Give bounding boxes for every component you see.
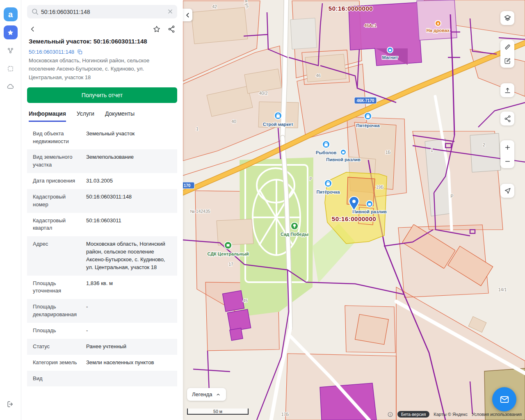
collapse-panel-button[interactable]: [183, 9, 192, 21]
svg-text:40: 40: [231, 119, 236, 124]
table-row: Вид земельного участкаЗемлепользование: [27, 149, 177, 173]
row-value: 31.03.2005: [86, 177, 171, 185]
upload-button[interactable]: [500, 83, 514, 97]
table-row: Категория земельЗемли населенных пунктов: [27, 355, 177, 371]
address-text: Московская область, Ногинский район, сел…: [21, 56, 183, 85]
row-label: Вид: [33, 375, 86, 383]
copy-button[interactable]: [77, 49, 83, 55]
star-outline-icon: [153, 25, 161, 33]
beta-badge: Бета-версия: [397, 411, 429, 418]
legend-button[interactable]: Легенда: [187, 388, 226, 401]
row-value: 50:16:0603011: [86, 217, 171, 233]
search-input[interactable]: [27, 5, 177, 18]
table-row: Кадастровый номер50:16:0603011:148: [27, 189, 177, 213]
nodes-icon: [7, 47, 14, 55]
search-icon: [31, 8, 39, 17]
info-icon: [387, 411, 393, 418]
terms-link[interactable]: Условия использования: [472, 412, 522, 417]
svg-text:46Ас1: 46Ас1: [364, 23, 377, 28]
share-icon: [504, 115, 511, 123]
row-value: Московская область, Ногинский район, сел…: [86, 240, 171, 271]
map-area: 46К-7170 170 50:16:0000000 50:16:0000000…: [183, 0, 525, 420]
svg-text:Пивной разлив: Пивной разлив: [352, 209, 387, 214]
row-label: Статус: [33, 343, 86, 351]
table-row: Площадь уточненная1,836 кв. м: [27, 276, 177, 299]
measure-button[interactable]: [500, 40, 514, 54]
svg-text:На дровах: На дровах: [427, 28, 450, 33]
cadastral-number-row: 50:16:0603011:148: [21, 46, 183, 56]
map-canvas[interactable]: 46К-7170 170 50:16:0000000 50:16:0000000…: [183, 0, 525, 420]
yandex-copyright-link[interactable]: Карты © Яндекс: [434, 412, 468, 417]
select-area-icon: [7, 65, 14, 73]
plus-icon: [504, 144, 511, 151]
map-share-button[interactable]: [500, 112, 514, 126]
search-bar: [27, 5, 177, 18]
chat-button[interactable]: [492, 387, 516, 411]
panel-actions: [21, 21, 183, 34]
svg-text:СДК Центральный: СДК Центральный: [207, 251, 249, 256]
get-report-button[interactable]: Получить отчет: [27, 87, 177, 103]
svg-text:Пятёрочка: Пятёрочка: [356, 123, 380, 128]
edit-icon: [504, 57, 511, 65]
parking-label: Р: [309, 176, 312, 181]
exit-button[interactable]: [4, 397, 18, 411]
tab-information[interactable]: Информация: [29, 108, 66, 122]
parcel-note-label: № 142435: [190, 209, 210, 214]
table-row: Кадастровый квартал50:16:0603011: [27, 213, 177, 237]
chevron-left-icon: [29, 25, 37, 33]
chevron-up-icon: [215, 392, 221, 397]
cloud-button[interactable]: [4, 80, 18, 94]
svg-text:1: 1: [431, 148, 433, 153]
svg-text:2: 2: [483, 142, 485, 147]
zoom-out-button[interactable]: [500, 154, 514, 168]
app-logo[interactable]: a: [4, 7, 18, 21]
table-row: Дата присвоения31.03.2005: [27, 173, 177, 189]
locate-card: [500, 184, 514, 198]
table-row: СтатусРанее учтенный: [27, 339, 177, 355]
cloud-icon: [7, 83, 14, 91]
table-row: Вид объекта недвижимостиЗемельный участо…: [27, 126, 177, 150]
table-row: Вид: [27, 371, 177, 387]
svg-text:Магнит: Магнит: [382, 55, 398, 60]
info-table: Вид объекта недвижимостиЗемельный участо…: [27, 126, 177, 420]
row-label: Площадь уточненная: [33, 280, 86, 295]
measure-draw-card: [500, 40, 514, 68]
svg-text:Пивной разлив: Пивной разлив: [326, 157, 361, 162]
svg-text:45: 45: [243, 298, 248, 303]
share-button[interactable]: [167, 25, 176, 33]
clear-search-button[interactable]: [167, 8, 174, 16]
tab-documents[interactable]: Документы: [105, 108, 135, 122]
locate-button[interactable]: [500, 184, 514, 198]
row-value: 1,836 кв. м: [86, 280, 171, 295]
svg-text:17Б: 17Б: [281, 412, 289, 417]
favorites-button[interactable]: [4, 25, 18, 39]
layers-icon: [504, 14, 511, 22]
detail-panel: Земельный участок: 50:16:0603011:148 50:…: [21, 0, 183, 420]
row-label: Кадастровый квартал: [33, 217, 86, 233]
chevron-left-icon: [185, 12, 191, 18]
zoom-in-button[interactable]: [500, 140, 514, 154]
legend-label: Легенда: [192, 391, 212, 397]
tab-bar: Информация Услуги Документы: [21, 108, 183, 122]
layers-card: [500, 11, 514, 25]
layers-button[interactable]: [500, 11, 514, 25]
select-area-button[interactable]: [4, 62, 18, 75]
table-row: АдресМосковская область, Ногинский район…: [27, 236, 177, 275]
objects-button[interactable]: [4, 43, 18, 57]
cadastral-number-link[interactable]: 50:16:0603011:148: [29, 49, 74, 55]
ruler-icon: [504, 43, 511, 51]
row-value: Земельный участок: [86, 130, 171, 146]
app-logo-letter: a: [8, 10, 13, 19]
row-label: Площадь: [33, 327, 86, 335]
row-label: Вид объекта недвижимости: [33, 130, 86, 146]
back-button[interactable]: [29, 25, 37, 33]
navigator-arrow-icon: [504, 187, 511, 195]
svg-text:19Б: 19Б: [376, 185, 384, 189]
favorite-toggle-button[interactable]: [153, 25, 161, 33]
scale-label: 50 м: [213, 409, 222, 414]
tab-services[interactable]: Услуги: [77, 108, 94, 122]
row-value: -: [86, 327, 171, 335]
draw-button[interactable]: [500, 54, 514, 68]
info-button[interactable]: [387, 411, 393, 418]
svg-text:40/2: 40/2: [259, 91, 268, 96]
